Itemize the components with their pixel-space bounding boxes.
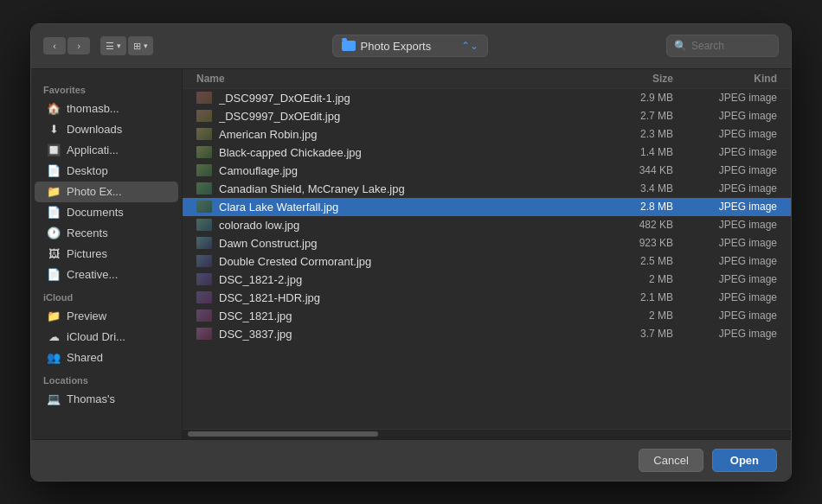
file-thumbnail [196, 255, 212, 267]
sidebar-icon-downloads: ⬇ [47, 123, 61, 137]
file-kind: JPEG image [673, 92, 777, 104]
search-input[interactable] [691, 40, 769, 52]
sidebar-label-shared: Shared [67, 351, 103, 364]
main-content: Favorites🏠thomasb...⬇Downloads🔲Applicati… [31, 69, 791, 439]
nav-buttons: ‹ › [43, 37, 90, 54]
list-view-chevron: ▾ [117, 41, 121, 50]
sidebar-item-pictures[interactable]: 🖼Pictures [35, 244, 178, 265]
sidebar-icon-shared: 👥 [47, 351, 61, 365]
file-name: colorado low.jpg [219, 219, 604, 232]
table-row[interactable]: Camouflage.jpg344 KBJPEG image [183, 162, 791, 180]
table-row[interactable]: Canadian Shield, McCraney Lake.jpg3.4 MB… [183, 180, 791, 198]
sidebar-item-preview[interactable]: 📁Preview [35, 306, 178, 327]
sidebar-item-thomasb[interactable]: 🏠thomasb... [35, 99, 178, 119]
grid-view-button[interactable]: ⊞ ▾ [128, 36, 153, 55]
table-row[interactable]: Dawn Construct.jpg923 KBJPEG image [183, 234, 791, 252]
sidebar-label-thomass: Thomas's [67, 392, 115, 405]
location-chevron-icon: ⌃⌄ [461, 40, 478, 52]
sidebar-item-applications[interactable]: 🔲Applicati... [35, 140, 178, 161]
sidebar-label-photo-exports: Photo Ex... [67, 185, 122, 198]
sidebar-label-recents: Recents [67, 226, 108, 239]
sidebar-item-photo-exports[interactable]: 📁Photo Ex... [35, 182, 178, 202]
table-row[interactable]: DSC_1821.jpg2 MBJPEG image [183, 307, 791, 325]
file-size: 2 MB [604, 309, 673, 322]
sidebar-section-icloud: iCloud [31, 285, 182, 306]
sidebar-label-pictures: Pictures [67, 247, 107, 260]
file-kind: JPEG image [673, 273, 777, 285]
open-button[interactable]: Open [712, 449, 777, 472]
sidebar-icon-recents: 🕐 [47, 226, 61, 240]
file-name: DSC_1821-HDR.jpg [219, 291, 604, 304]
table-row[interactable]: DSC_1821-HDR.jpg2.1 MBJPEG image [183, 289, 791, 307]
file-name: _DSC9997_DxOEdit.jpg [219, 110, 604, 123]
sidebar-item-creative[interactable]: 📄Creative... [35, 265, 178, 285]
sidebar-item-recents[interactable]: 🕐Recents [35, 223, 178, 244]
file-size: 3.4 MB [604, 182, 673, 195]
table-row[interactable]: DSC_1821-2.jpg2 MBJPEG image [183, 271, 791, 289]
file-size: 2.9 MB [604, 92, 673, 104]
table-row[interactable]: colorado low.jpg482 KBJPEG image [183, 216, 791, 234]
file-name: Clara Lake Waterfall.jpg [219, 201, 604, 214]
table-row[interactable]: Clara Lake Waterfall.jpg2.8 MBJPEG image [183, 198, 791, 216]
table-row[interactable]: Double Crested Cormorant.jpg2.5 MBJPEG i… [183, 252, 791, 271]
folder-icon [342, 41, 356, 51]
column-kind: Kind [673, 73, 777, 85]
location-pill-inner: Photo Exports [342, 40, 432, 53]
table-row[interactable]: _DSC9997_DxOEdit-1.jpg2.9 MBJPEG image [183, 89, 791, 107]
list-view-button[interactable]: ☰ ▾ [100, 36, 126, 55]
footer: Cancel Open [31, 439, 791, 481]
forward-button[interactable]: › [67, 37, 90, 54]
sidebar-item-documents[interactable]: 📄Documents [35, 202, 178, 223]
file-name: Dawn Construct.jpg [219, 237, 604, 250]
back-button[interactable]: ‹ [43, 37, 66, 54]
sidebar-item-desktop[interactable]: 📄Desktop [35, 161, 178, 182]
sidebar-label-applications: Applicati... [67, 144, 119, 156]
file-kind: JPEG image [673, 237, 777, 249]
sidebar-icon-creative: 📄 [47, 268, 61, 282]
file-kind: JPEG image [673, 110, 777, 122]
file-kind: JPEG image [673, 201, 777, 213]
table-row[interactable]: American Robin.jpg2.3 MBJPEG image [183, 125, 791, 144]
file-name: DSC_1821.jpg [219, 309, 604, 322]
file-kind: JPEG image [673, 182, 777, 195]
file-size: 482 KB [604, 219, 673, 231]
file-size: 1.4 MB [604, 146, 673, 158]
file-size: 2.7 MB [604, 110, 673, 122]
location-selector[interactable]: Photo Exports ⌃⌄ [332, 35, 488, 57]
list-view-icon: ☰ [106, 41, 114, 52]
file-name: Black-capped Chickadee.jpg [219, 146, 604, 159]
sidebar-icon-photo-exports: 📁 [47, 185, 61, 199]
sidebar-label-preview: Preview [67, 309, 106, 322]
file-thumbnail [196, 182, 212, 195]
cancel-button[interactable]: Cancel [639, 449, 703, 472]
search-box[interactable]: 🔍 [666, 35, 779, 57]
file-thumbnail [196, 237, 212, 249]
sidebar-item-downloads[interactable]: ⬇Downloads [35, 119, 178, 140]
sidebar-item-icloud-drive[interactable]: ☁iCloud Dri... [35, 327, 178, 348]
file-kind: JPEG image [673, 291, 777, 303]
table-row[interactable]: DSC_3837.jpg3.7 MBJPEG image [183, 325, 791, 343]
file-thumbnail [196, 201, 212, 213]
file-kind: JPEG image [673, 309, 777, 322]
file-size: 923 KB [604, 237, 673, 249]
table-row[interactable]: Black-capped Chickadee.jpg1.4 MBJPEG ima… [183, 144, 791, 162]
table-row[interactable]: _DSC9997_DxOEdit.jpg2.7 MBJPEG image [183, 107, 791, 125]
file-kind: JPEG image [673, 164, 777, 176]
file-thumbnail [196, 146, 212, 158]
view-buttons: ☰ ▾ ⊞ ▾ [100, 36, 153, 55]
file-thumbnail [196, 328, 212, 340]
sidebar-label-icloud-drive: iCloud Dri... [67, 330, 125, 343]
file-name: American Robin.jpg [219, 128, 604, 141]
file-thumbnail [196, 92, 212, 104]
sidebar-item-thomass[interactable]: 💻Thomas's [35, 389, 178, 410]
file-thumbnail [196, 273, 212, 285]
file-name: _DSC9997_DxOEdit-1.jpg [219, 92, 604, 105]
file-thumbnail [196, 219, 212, 231]
scroll-bar[interactable] [188, 431, 378, 437]
sidebar-item-shared[interactable]: 👥Shared [35, 348, 178, 368]
file-size: 2.3 MB [604, 128, 673, 140]
file-list[interactable]: _DSC9997_DxOEdit-1.jpg2.9 MBJPEG image_D… [183, 89, 791, 429]
location-name: Photo Exports [361, 40, 432, 53]
file-name: Double Crested Cormorant.jpg [219, 255, 604, 268]
sidebar-label-thomasb: thomasb... [67, 102, 119, 115]
